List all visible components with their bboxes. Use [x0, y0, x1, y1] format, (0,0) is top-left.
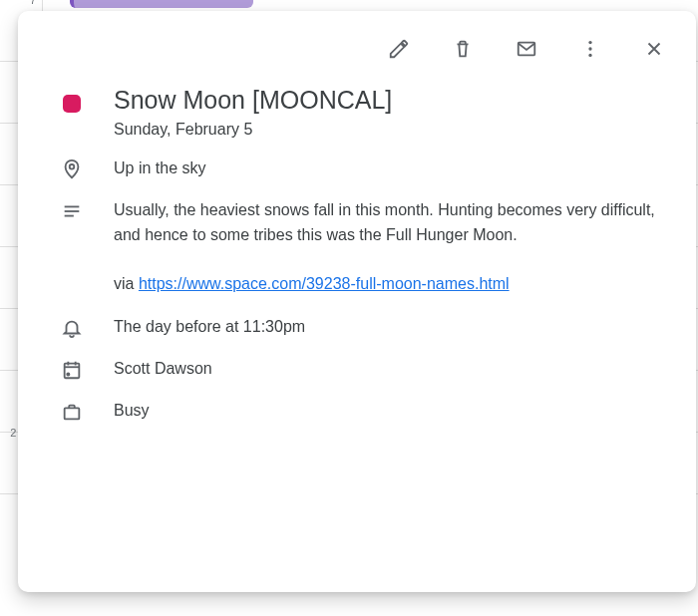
trash-icon — [452, 38, 474, 60]
svg-rect-8 — [65, 364, 80, 379]
description-icon — [61, 200, 83, 222]
source-link[interactable]: https://www.space.com/39238-full-moon-na… — [139, 275, 510, 292]
delete-button[interactable] — [445, 31, 481, 67]
popup-action-bar — [38, 23, 676, 69]
svg-point-1 — [588, 41, 591, 44]
calendar-color-swatch — [63, 95, 81, 113]
options-button[interactable] — [572, 31, 608, 67]
svg-point-3 — [588, 54, 591, 57]
event-description: Usually, the heaviest snows fall in this… — [114, 198, 676, 297]
calendar-event-block[interactable] — [70, 0, 253, 8]
event-calendar-owner: Scott Dawson — [114, 357, 676, 381]
kebab-icon — [579, 38, 601, 60]
svg-point-2 — [588, 47, 591, 50]
svg-point-4 — [70, 164, 75, 169]
event-reminder: The day before at 11:30pm — [114, 315, 676, 339]
envelope-icon — [516, 38, 537, 60]
svg-point-12 — [67, 374, 69, 376]
pencil-icon — [388, 38, 410, 60]
location-pin-icon — [61, 158, 83, 180]
close-icon — [643, 38, 665, 60]
calendar-icon — [61, 359, 83, 381]
event-date: Sunday, February 5 — [114, 121, 676, 139]
description-text: Usually, the heaviest snows fall in this… — [114, 201, 655, 243]
email-button[interactable] — [509, 31, 544, 67]
edit-button[interactable] — [381, 31, 417, 67]
event-availability: Busy — [114, 399, 676, 423]
via-prefix: via — [114, 275, 139, 292]
bell-icon — [61, 317, 83, 339]
event-location: Up in the sky — [114, 156, 676, 180]
close-button[interactable] — [636, 31, 672, 67]
svg-rect-13 — [65, 409, 80, 420]
event-title: Snow Moon [MOONCAL] — [114, 85, 676, 115]
event-detail-popup: Snow Moon [MOONCAL] Sunday, February 5 U… — [18, 11, 696, 592]
briefcase-icon — [61, 401, 83, 423]
